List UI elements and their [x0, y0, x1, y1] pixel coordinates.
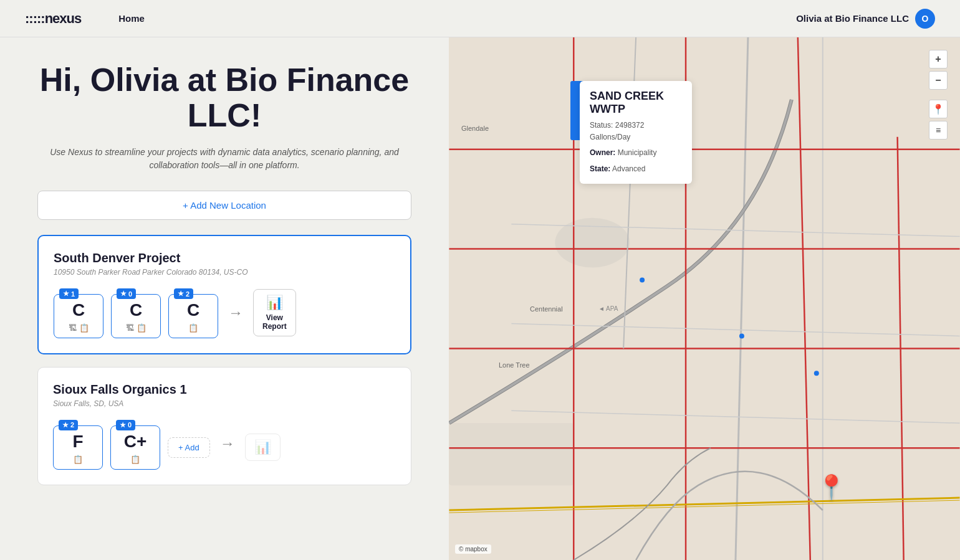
view-report-button-2[interactable]: 📊 — [245, 434, 281, 461]
city-label-glendale: Glendale — [461, 125, 489, 132]
map-attribution: © mapbox — [455, 544, 491, 554]
scenario-grade-1: C — [62, 300, 95, 321]
navigate-arrow-1[interactable]: → — [226, 301, 246, 324]
scenario-badge-sf-2: ★0 — [116, 420, 135, 430]
popup-status: Status: 2498372 Gallons/Day — [590, 120, 682, 143]
subtitle: Use Nexus to streamline your projects wi… — [37, 146, 411, 172]
scenario-icons-3: 📋 — [176, 323, 210, 333]
location-button[interactable]: 📍 — [929, 100, 948, 118]
popup-title-line1: SAND CREEK — [590, 90, 682, 103]
main-nav: Home — [118, 13, 145, 24]
logo: :::::nexus — [25, 11, 81, 27]
scenario-card-1[interactable]: ★1 C 🏗📋 — [54, 294, 103, 338]
location-popup: SAND CREEK WWTP Status: 2498372 Gallons/… — [580, 81, 692, 184]
zoom-in-button[interactable]: + — [929, 50, 948, 69]
svg-point-19 — [640, 278, 645, 283]
scenario-icons-2: 🏗📋 — [119, 323, 153, 333]
project-address-sioux-falls: Sioux Falls, SD, USA — [53, 399, 396, 408]
scenario-badge-sf-1: ★2 — [59, 420, 78, 430]
map-container[interactable]: Glendale Centennial ◄ APA Lone Tree — [449, 37, 960, 560]
svg-rect-2 — [449, 423, 574, 485]
scenario-grade-sf-1: F — [61, 431, 95, 452]
scenario-card-2[interactable]: ★0 C 🏗📋 — [111, 294, 161, 338]
scenario-card-3[interactable]: ★2 C 📋 — [168, 294, 218, 338]
popup-owner: Owner: Municipality — [590, 147, 682, 159]
map-pin-marker[interactable]: 📍 — [817, 473, 846, 501]
main-layout: Hi, Olivia at Bio Finance LLC! Use Nexus… — [0, 37, 960, 560]
left-panel: Hi, Olivia at Bio Finance LLC! Use Nexus… — [0, 37, 449, 560]
project-card-south-denver: South Denver Project 10950 South Parker … — [37, 235, 411, 354]
greeting: Hi, Olivia at Bio Finance LLC! — [37, 62, 411, 133]
map-background — [449, 37, 960, 560]
scenario-grade-3: C — [176, 300, 210, 321]
scenario-icons-1: 🏗📋 — [62, 323, 95, 333]
scenario-icons-sf-1: 📋 — [61, 455, 95, 464]
header-user-name: Olivia at Bio Finance LLC — [796, 13, 909, 24]
map-controls: + − 📍 ≡ — [929, 50, 948, 140]
project-title-south-denver: South Denver Project — [54, 251, 395, 265]
scenario-card-sf-2[interactable]: ★0 C+ 📋 — [110, 425, 160, 470]
svg-point-21 — [814, 371, 819, 376]
navigate-arrow-2[interactable]: → — [218, 432, 238, 455]
svg-point-20 — [739, 333, 744, 338]
areacode-apa: ◄ APA — [598, 305, 618, 312]
scenario-badge-2: ★0 — [117, 288, 136, 299]
scenarios-row-sioux-falls: ★2 F 📋 ★0 C+ 📋 — [53, 418, 396, 470]
scenario-badge-1: ★1 — [59, 288, 79, 299]
report-icon-1: 📊 — [266, 295, 283, 311]
scenario-icons-sf-2: 📋 — [118, 455, 152, 464]
add-location-button[interactable]: + Add New Location — [37, 191, 411, 220]
scenario-grade-sf-2: C+ — [118, 431, 152, 452]
layers-button[interactable]: ≡ — [929, 121, 948, 140]
nav-home[interactable]: Home — [118, 13, 145, 24]
view-report-button-1[interactable]: 📊 ViewReport — [253, 289, 296, 336]
user-avatar[interactable]: O — [915, 9, 935, 29]
header-right: Olivia at Bio Finance LLC O — [796, 9, 935, 29]
city-label-centennial: Centennial — [530, 305, 563, 313]
view-report-label-1: ViewReport — [262, 313, 287, 331]
report-icon-2: 📊 — [254, 439, 271, 455]
add-scenario-button[interactable]: + Add — [168, 437, 210, 458]
logo-dots: :: — [25, 11, 33, 26]
zoom-out-button[interactable]: − — [929, 71, 948, 90]
project-card-sioux-falls: Sioux Falls Organics 1 Sioux Falls, SD, … — [37, 367, 411, 485]
popup-state: State: Advanced — [590, 163, 682, 175]
scenario-badge-3: ★2 — [174, 288, 193, 299]
header: :::::nexus Home Olivia at Bio Finance LL… — [0, 0, 960, 37]
map-panel: Glendale Centennial ◄ APA Lone Tree — [449, 37, 960, 560]
project-title-sioux-falls: Sioux Falls Organics 1 — [53, 382, 396, 397]
scenario-grade-2: C — [119, 300, 153, 321]
project-address-south-denver: 10950 South Parker Road Parker Colorado … — [54, 268, 395, 277]
scenarios-row-south-denver: ★1 C 🏗📋 ★0 C 🏗📋 — [54, 287, 395, 338]
city-label-lonetree: Lone Tree — [499, 361, 530, 369]
popup-title-line2: WWTP — [590, 103, 682, 116]
scenario-card-sf-1[interactable]: ★2 F 📋 — [53, 425, 103, 470]
